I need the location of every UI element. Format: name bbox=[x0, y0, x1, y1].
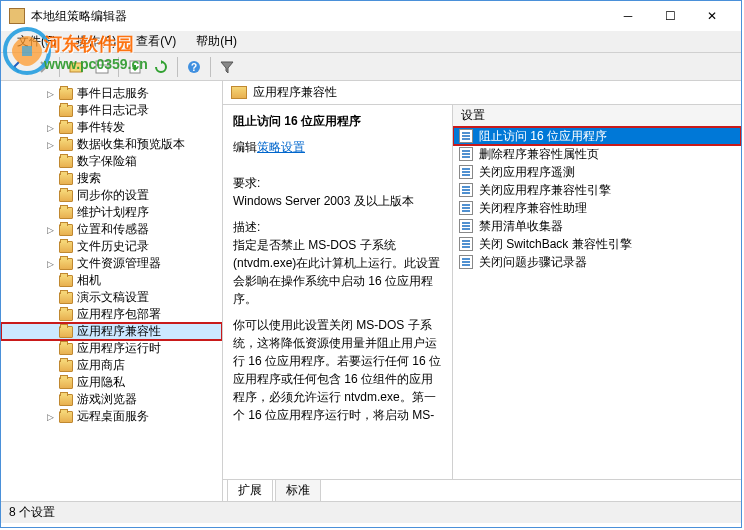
setting-row[interactable]: 关闭应用程序遥测 bbox=[453, 163, 741, 181]
setting-row[interactable]: 关闭应用程序兼容性引擎 bbox=[453, 181, 741, 199]
menu-help[interactable]: 帮助(H) bbox=[186, 31, 247, 52]
folder-icon bbox=[59, 224, 73, 236]
up-button[interactable] bbox=[64, 55, 88, 79]
maximize-button[interactable]: ☐ bbox=[649, 2, 691, 30]
setting-row[interactable]: 禁用清单收集器 bbox=[453, 217, 741, 235]
help-button[interactable]: ? bbox=[182, 55, 206, 79]
tree-item[interactable]: 应用程序兼容性 bbox=[1, 323, 222, 340]
show-hide-button[interactable] bbox=[90, 55, 114, 79]
expand-icon[interactable] bbox=[45, 395, 55, 405]
expand-icon[interactable] bbox=[45, 344, 55, 354]
tree-item[interactable]: ▷远程桌面服务 bbox=[1, 408, 222, 425]
tree-item-label: 应用程序包部署 bbox=[77, 306, 161, 323]
menu-view[interactable]: 查看(V) bbox=[126, 31, 186, 52]
edit-policy-link[interactable]: 策略设置 bbox=[257, 138, 305, 156]
tree-item-label: 文件资源管理器 bbox=[77, 255, 161, 272]
edit-prefix: 编辑 bbox=[233, 140, 257, 154]
setting-label: 关闭 SwitchBack 兼容性引擎 bbox=[479, 236, 632, 253]
tree-item[interactable]: 应用程序包部署 bbox=[1, 306, 222, 323]
folder-icon bbox=[59, 258, 73, 270]
expand-icon[interactable]: ▷ bbox=[45, 259, 55, 269]
setting-row[interactable]: 删除程序兼容性属性页 bbox=[453, 145, 741, 163]
setting-row[interactable]: 阻止访问 16 位应用程序 bbox=[453, 127, 741, 145]
expand-icon[interactable] bbox=[45, 361, 55, 371]
export-button[interactable] bbox=[123, 55, 147, 79]
tree-item[interactable]: 应用隐私 bbox=[1, 374, 222, 391]
tree-item-label: 应用程序运行时 bbox=[77, 340, 161, 357]
folder-icon bbox=[59, 343, 73, 355]
refresh-button[interactable] bbox=[149, 55, 173, 79]
settings-list[interactable]: 阻止访问 16 位应用程序删除程序兼容性属性页关闭应用程序遥测关闭应用程序兼容性… bbox=[453, 127, 741, 271]
expand-icon[interactable]: ▷ bbox=[45, 123, 55, 133]
expand-icon[interactable]: ▷ bbox=[45, 89, 55, 99]
tree-item[interactable]: 游戏浏览器 bbox=[1, 391, 222, 408]
setting-row[interactable]: 关闭问题步骤记录器 bbox=[453, 253, 741, 271]
expand-icon[interactable] bbox=[45, 378, 55, 388]
folder-icon bbox=[59, 326, 73, 338]
expand-icon[interactable]: ▷ bbox=[45, 412, 55, 422]
setting-label: 关闭应用程序遥测 bbox=[479, 164, 575, 181]
window-title: 本地组策略编辑器 bbox=[31, 8, 607, 25]
tree-item[interactable]: 搜索 bbox=[1, 170, 222, 187]
tree-item[interactable]: ▷位置和传感器 bbox=[1, 221, 222, 238]
expand-icon[interactable] bbox=[45, 208, 55, 218]
settings-list-header[interactable]: 设置 bbox=[453, 105, 741, 127]
tree-item[interactable]: 演示文稿设置 bbox=[1, 289, 222, 306]
expand-icon[interactable] bbox=[45, 106, 55, 116]
setting-row[interactable]: 关闭程序兼容性助理 bbox=[453, 199, 741, 217]
setting-icon bbox=[459, 147, 473, 161]
tab-extended[interactable]: 扩展 bbox=[227, 479, 273, 501]
tree-item[interactable]: 相机 bbox=[1, 272, 222, 289]
tree-item-label: 数据收集和预览版本 bbox=[77, 136, 185, 153]
setting-row[interactable]: 关闭 SwitchBack 兼容性引擎 bbox=[453, 235, 741, 253]
main-body: 阻止访问 16 位应用程序 编辑策略设置 要求: Windows Server … bbox=[223, 105, 741, 479]
setting-title: 阻止访问 16 位应用程序 bbox=[233, 113, 442, 130]
tree-item-label: 事件日志服务 bbox=[77, 85, 149, 102]
tree-item[interactable]: ▷事件转发 bbox=[1, 119, 222, 136]
tree-item-label: 数字保险箱 bbox=[77, 153, 137, 170]
menu-action[interactable]: 操作(A) bbox=[66, 31, 126, 52]
tree-item[interactable]: ▷数据收集和预览版本 bbox=[1, 136, 222, 153]
app-window: 本地组策略编辑器 ─ ☐ ✕ 文件(F) 操作(A) 查看(V) 帮助(H) ?… bbox=[0, 0, 742, 528]
tree-item[interactable]: ▷事件日志服务 bbox=[1, 85, 222, 102]
filter-button[interactable] bbox=[215, 55, 239, 79]
tree-item[interactable]: 应用商店 bbox=[1, 357, 222, 374]
tree-item[interactable]: ▷文件资源管理器 bbox=[1, 255, 222, 272]
titlebar[interactable]: 本地组策略编辑器 ─ ☐ ✕ bbox=[1, 1, 741, 31]
minimize-button[interactable]: ─ bbox=[607, 2, 649, 30]
expand-icon[interactable] bbox=[45, 174, 55, 184]
tree-item[interactable]: 事件日志记录 bbox=[1, 102, 222, 119]
folder-icon bbox=[59, 394, 73, 406]
tree-item-label: 搜索 bbox=[77, 170, 101, 187]
main-header: 应用程序兼容性 bbox=[223, 81, 741, 105]
menu-file[interactable]: 文件(F) bbox=[7, 31, 66, 52]
tree-item[interactable]: 维护计划程序 bbox=[1, 204, 222, 221]
setting-icon bbox=[459, 219, 473, 233]
tree-item-label: 远程桌面服务 bbox=[77, 408, 149, 425]
tree-item[interactable]: 数字保险箱 bbox=[1, 153, 222, 170]
folder-icon bbox=[59, 377, 73, 389]
folder-icon bbox=[59, 309, 73, 321]
folder-icon bbox=[59, 292, 73, 304]
expand-icon[interactable]: ▷ bbox=[45, 140, 55, 150]
tree-item[interactable]: 同步你的设置 bbox=[1, 187, 222, 204]
folder-icon bbox=[59, 105, 73, 117]
forward-button[interactable] bbox=[31, 55, 55, 79]
tree-pane[interactable]: ▷事件日志服务事件日志记录▷事件转发▷数据收集和预览版本数字保险箱搜索同步你的设… bbox=[1, 81, 223, 501]
description-p2: 你可以使用此设置关闭 MS-DOS 子系统，这将降低资源使用量并阻止用户运行 1… bbox=[233, 316, 442, 424]
tree-item[interactable]: 应用程序运行时 bbox=[1, 340, 222, 357]
expand-icon[interactable] bbox=[45, 327, 55, 337]
back-button[interactable] bbox=[5, 55, 29, 79]
expand-icon[interactable] bbox=[45, 191, 55, 201]
tree-item[interactable]: 文件历史记录 bbox=[1, 238, 222, 255]
expand-icon[interactable]: ▷ bbox=[45, 225, 55, 235]
expand-icon[interactable] bbox=[45, 310, 55, 320]
expand-icon[interactable] bbox=[45, 276, 55, 286]
folder-icon bbox=[59, 411, 73, 423]
expand-icon[interactable] bbox=[45, 157, 55, 167]
folder-icon bbox=[59, 275, 73, 287]
expand-icon[interactable] bbox=[45, 242, 55, 252]
tab-standard[interactable]: 标准 bbox=[275, 479, 321, 501]
close-button[interactable]: ✕ bbox=[691, 2, 733, 30]
expand-icon[interactable] bbox=[45, 293, 55, 303]
